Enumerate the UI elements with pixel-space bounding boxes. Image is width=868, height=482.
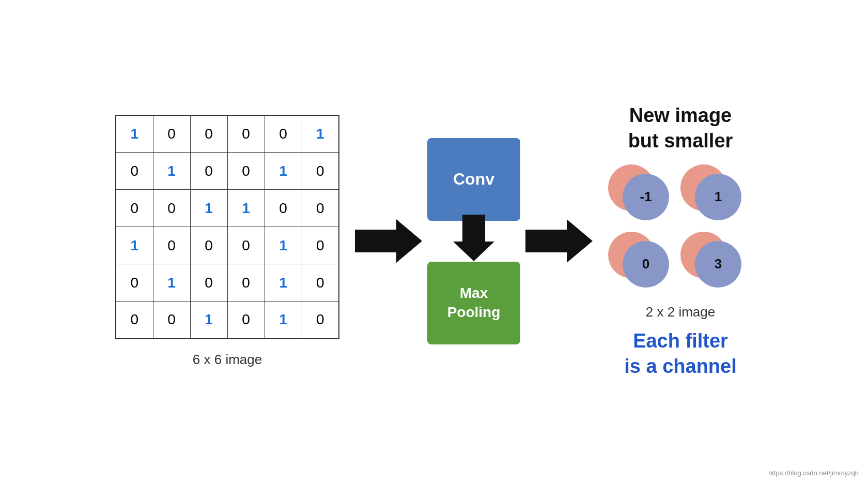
grid-cell: 1 <box>190 302 227 339</box>
grid-cell: 0 <box>227 153 265 190</box>
conv-label: Conv <box>453 170 494 189</box>
arrow-to-conv <box>355 215 422 267</box>
size-label: 2 x 2 image <box>646 304 715 320</box>
grid-cell: 1 <box>265 264 302 302</box>
grid-cell: 0 <box>190 264 227 302</box>
grid-label: 6 x 6 image <box>193 352 262 368</box>
down-arrow <box>453 215 494 268</box>
circle-pair: 0 <box>608 232 675 294</box>
grid-cell: 0 <box>302 190 339 227</box>
conv-box: Conv <box>427 138 520 221</box>
grid-cell: 0 <box>190 115 227 153</box>
grid-cell: 1 <box>190 190 227 227</box>
grid-cell: 0 <box>116 264 153 302</box>
grid-cell: 1 <box>265 227 302 264</box>
grid-cell: 1 <box>302 115 339 153</box>
diagram-container: 100001010010001100100010010010001010 6 x… <box>0 0 868 482</box>
watermark: https://blog.csdn.net/jimmyzqb <box>768 469 859 477</box>
grid-cell: 1 <box>265 153 302 190</box>
grid-cell: 0 <box>227 115 265 153</box>
grid-section: 100001010010001100100010010010001010 6 x… <box>115 115 339 368</box>
pooling-box: MaxPooling <box>427 262 520 344</box>
grid-cell: 0 <box>190 153 227 190</box>
circle-pair: 3 <box>680 232 748 294</box>
grid-cell: 0 <box>265 190 302 227</box>
grid-cell: 0 <box>227 302 265 339</box>
circle-pair: -1 <box>608 164 675 227</box>
svg-marker-1 <box>453 215 494 261</box>
grid-cell: 0 <box>265 115 302 153</box>
grid-cell: 1 <box>153 153 190 190</box>
svg-marker-0 <box>355 219 422 263</box>
grid-cell: 0 <box>227 264 265 302</box>
grid-cell: 0 <box>153 190 190 227</box>
grid-cell: 0 <box>153 302 190 339</box>
grid-cell: 0 <box>302 153 339 190</box>
grid-cell: 0 <box>302 264 339 302</box>
grid-cell: 0 <box>116 153 153 190</box>
grid-cell: 1 <box>153 264 190 302</box>
grid-cell: 1 <box>265 302 302 339</box>
svg-marker-2 <box>525 219 593 263</box>
circle-value: 3 <box>695 241 741 288</box>
circle-value: -1 <box>623 174 669 220</box>
circle-value: 0 <box>623 241 669 288</box>
grid-cell: 0 <box>116 190 153 227</box>
circle-value: 1 <box>695 174 741 220</box>
grid-cell: 0 <box>153 227 190 264</box>
pooling-label: MaxPooling <box>447 284 501 322</box>
grid-cell: 0 <box>116 302 153 339</box>
grid-cell: 1 <box>227 190 265 227</box>
each-filter-label: Each filter is a channel <box>624 328 737 380</box>
grid-cell: 0 <box>153 115 190 153</box>
grid-cell: 1 <box>116 227 153 264</box>
grid-cell: 0 <box>190 227 227 264</box>
right-section: New image but smaller -1103 2 x 2 image … <box>608 103 753 380</box>
grid-cell: 0 <box>227 227 265 264</box>
arrow-to-output <box>525 215 593 267</box>
grid-cell: 1 <box>116 115 153 153</box>
circle-pair: 1 <box>680 164 748 227</box>
grid-cell: 0 <box>302 227 339 264</box>
input-grid: 100001010010001100100010010010001010 <box>115 115 339 339</box>
new-image-title: New image but smaller <box>628 103 733 154</box>
circles-grid: -1103 <box>608 164 753 299</box>
conv-pooling-stack: Conv MaxPooling <box>427 138 520 344</box>
grid-cell: 0 <box>302 302 339 339</box>
